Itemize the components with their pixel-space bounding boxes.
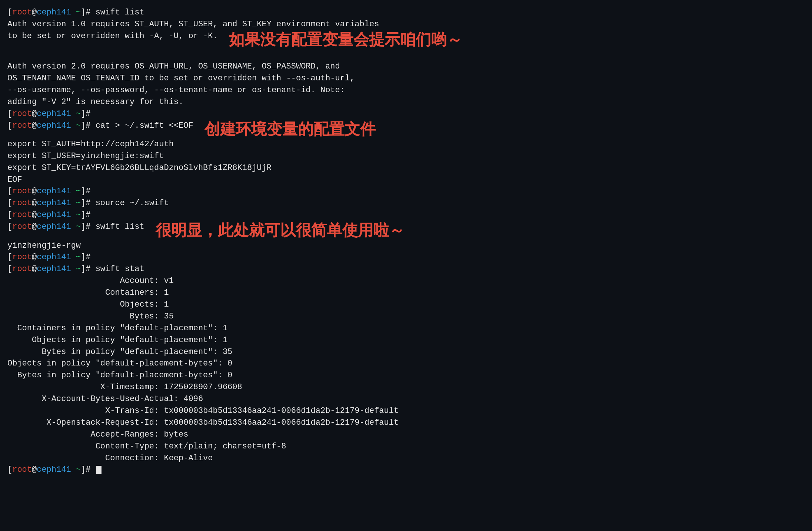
terminal-line: [root@ceph141 ~]# swift list — [7, 7, 805, 19]
cmd-line-source: [root@ceph141 ~]# source ~/.swift — [7, 197, 805, 209]
stat-containers: Containers: 1 — [7, 287, 805, 299]
output-line: EOF — [7, 174, 805, 186]
stat-containers-policy: Containers in policy "default-placement"… — [7, 323, 805, 334]
annotation-no-config: 如果没有配置变量会提示咱们哟～ — [229, 30, 462, 49]
stat-account: Account: v1 — [7, 275, 805, 287]
annotation-create-env: 创建环境变量的配置文件 — [204, 120, 376, 138]
stat-objects-policy-bytes: Objects in policy "default-placement-byt… — [7, 358, 805, 370]
final-prompt-line: [root@ceph141 ~]# — [7, 464, 805, 476]
cmd-line-swift-list: [root@ceph141 ~]# swift list 很明显，此处就可以很简… — [7, 221, 805, 240]
cmd-line-swift-stat: [root@ceph141 ~]# swift stat — [7, 263, 805, 275]
prompt-line: [root@ceph141 ~]# — [7, 209, 805, 221]
output-line: adding "-V 2" is necessary for this. — [7, 96, 805, 108]
stat-trans-id: X-Trans-Id: tx000003b4b5d13346aa241-0066… — [7, 405, 805, 417]
stat-bytes-policy-bytes: Bytes in policy "default-placement-bytes… — [7, 370, 805, 381]
stat-bytes-used: X-Account-Bytes-Used-Actual: 4096 — [7, 393, 805, 405]
blank-line — [7, 49, 805, 61]
cursor-block — [96, 466, 102, 474]
output-line: --os-username, --os-password, --os-tenan… — [7, 84, 805, 96]
cmd-line-cat: [root@ceph141 ~]# cat > ~/.swift <<EOF 创… — [7, 120, 805, 138]
prompt-line: [root@ceph141 ~]# — [7, 186, 805, 197]
output-line: export ST_KEY=trAYFVL6Gb26BLLqdaDznoSlvh… — [7, 162, 805, 174]
stat-bytes: Bytes: 35 — [7, 311, 805, 323]
output-line: export ST_USER=yinzhengjie:swift — [7, 150, 805, 162]
stat-objects: Objects: 1 — [7, 299, 805, 311]
stat-bytes-policy: Bytes in policy "default-placement": 35 — [7, 346, 805, 358]
output-line: export ST_AUTH=http://ceph142/auth — [7, 138, 805, 150]
stat-connection: Connection: Keep-Alive — [7, 452, 805, 464]
prompt-line: [root@ceph141 ~]# — [7, 108, 805, 120]
stat-timestamp: X-Timestamp: 1725028907.96608 — [7, 381, 805, 393]
stat-request-id: X-Openstack-Request-Id: tx000003b4b5d133… — [7, 417, 805, 429]
prompt-line: [root@ceph141 ~]# — [7, 251, 805, 263]
output-line: Auth version 2.0 requires OS_AUTH_URL, O… — [7, 61, 805, 73]
terminal-window: [root@ceph141 ~]# swift list Auth versio… — [7, 7, 805, 476]
output-line-annotation: to be set or overridden with -A, -U, or … — [7, 30, 805, 49]
stat-objects-policy: Objects in policy "default-placement": 1 — [7, 334, 805, 346]
output-line: yinzhengjie-rgw — [7, 240, 805, 252]
output-line: OS_TENANT_NAME OS_TENANT_ID to be set or… — [7, 73, 805, 84]
stat-accept-ranges: Accept-Ranges: bytes — [7, 429, 805, 441]
stat-content-type: Content-Type: text/plain; charset=utf-8 — [7, 441, 805, 452]
output-line: Auth version 1.0 requires ST_AUTH, ST_US… — [7, 19, 805, 30]
annotation-simple-use: 很明显，此处就可以很简单使用啦～ — [156, 221, 405, 240]
